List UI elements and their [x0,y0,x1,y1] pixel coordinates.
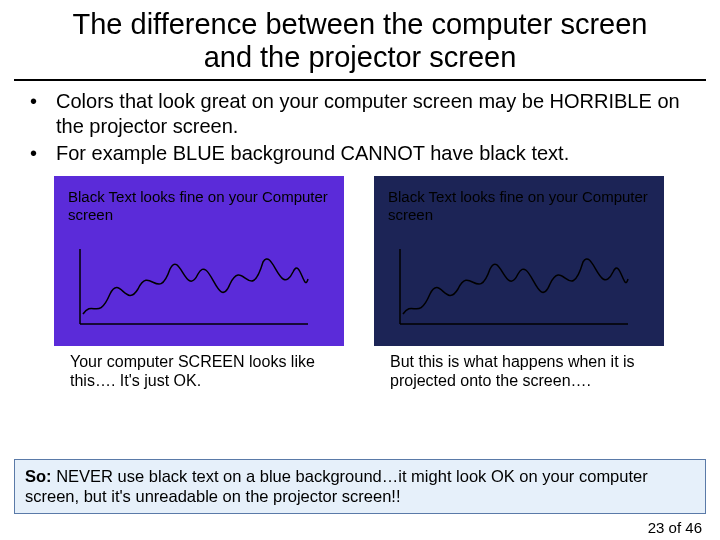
example-box-text: Black Text looks fine on your Computer s… [68,188,330,226]
conclusion-callout: So: NEVER use black text on a blue backg… [14,459,706,514]
panel-computer-screen: Black Text looks fine on your Computer s… [54,176,344,390]
bullet-dot-icon: • [28,89,56,139]
bullet-text: Colors that look great on your computer … [56,89,692,139]
bullet-list: • Colors that look great on your compute… [0,89,720,174]
page-separator: of [664,519,685,536]
conclusion-text: NEVER use black text on a blue backgroun… [25,467,648,506]
line-chart-icon [388,244,638,334]
bullet-text: For example BLUE background CANNOT have … [56,141,692,166]
page-number: 23 of 46 [648,519,702,536]
panel-projector-screen: Black Text looks fine on your Computer s… [374,176,664,390]
conclusion-label: So: [25,467,52,485]
bullet-dot-icon: • [28,141,56,166]
line-chart-icon [68,244,318,334]
example-box-projector: Black Text looks fine on your Computer s… [374,176,664,346]
panel-caption: But this is what happens when it is proj… [374,346,664,390]
panel-caption: Your computer SCREEN looks like this…. I… [54,346,344,390]
page-current: 23 [648,519,665,536]
example-panels: Black Text looks fine on your Computer s… [0,174,720,390]
example-box-text: Black Text looks fine on your Computer s… [388,188,650,226]
slide-title: The difference between the computer scre… [14,0,706,81]
example-box-computer: Black Text looks fine on your Computer s… [54,176,344,346]
bullet-item: • For example BLUE background CANNOT hav… [28,141,692,166]
bullet-item: • Colors that look great on your compute… [28,89,692,139]
page-total: 46 [685,519,702,536]
